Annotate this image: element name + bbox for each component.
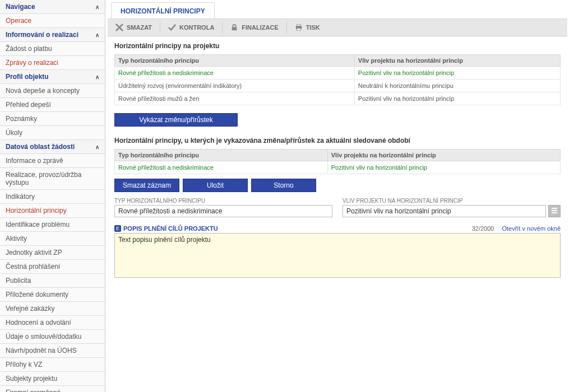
- svg-rect-3: [297, 29, 300, 31]
- nav-item[interactable]: Návrh/podnět na ÚOHS: [0, 344, 105, 358]
- desc-header: E POPIS PLNĚNÍ CÍLŮ PROJEKTU 32/2000 Ote…: [114, 225, 561, 232]
- toolbar-check-label: KONTROLA: [179, 24, 214, 31]
- nav-item[interactable]: Indikátory: [0, 190, 105, 204]
- nav-item[interactable]: Identifikace problému: [0, 218, 105, 232]
- chevron-up-icon: [95, 73, 99, 81]
- typ-label: TYP HORIZONTÁLNÍHO PRINCIPU: [114, 198, 332, 204]
- nav-item[interactable]: Firemní proměnné: [0, 386, 105, 392]
- nav-item[interactable]: Poznámky: [0, 112, 105, 126]
- nav-item[interactable]: Přehled depeší: [0, 98, 105, 112]
- table-cell: Pozitivní vliv na horizontální princip: [354, 92, 560, 105]
- typ-input[interactable]: [114, 205, 332, 217]
- nav-item[interactable]: Realizace, provoz/údržba výstupu: [0, 168, 105, 190]
- toolbar-finalize-label: FINALIZACE: [242, 24, 278, 31]
- table2-col2[interactable]: Vliv projektu na horizontální princip: [327, 150, 560, 161]
- toolbar: SMAZAT KONTROLA FINALIZACE TISK: [108, 19, 567, 36]
- nav-item[interactable]: Aktivity: [0, 232, 105, 246]
- table2-col1[interactable]: Typ horizontálního principu: [115, 150, 328, 161]
- section1-title: Horizontální principy na projektu: [108, 36, 567, 54]
- nav-item[interactable]: Přiložené dokumenty: [0, 288, 105, 302]
- table1-col2[interactable]: Vliv projektu na horizontální princip: [354, 55, 560, 67]
- table-row[interactable]: Rovné příležitosti mužů a ženPozitivní v…: [115, 92, 561, 105]
- chevron-up-icon: [95, 3, 99, 11]
- nav-item[interactable]: Čestná prohlášení: [0, 260, 105, 274]
- toolbar-check[interactable]: KONTROLA: [160, 21, 223, 34]
- nav-item[interactable]: Informace o zprávě: [0, 154, 105, 168]
- table1-col1[interactable]: Typ horizontálního principu: [115, 55, 355, 67]
- toolbar-print[interactable]: TISK: [287, 21, 328, 34]
- table-row[interactable]: Rovné příležitosti a nediskriminacePozit…: [115, 161, 561, 174]
- section2-title: Horizontální principy, u kterých je vyka…: [108, 131, 567, 149]
- chevron-up-icon: [95, 31, 99, 39]
- nav-item[interactable]: Publicita: [0, 274, 105, 288]
- vliv-label: VLIV PROJEKTU NA HORIZONTÁLNÍ PRINCIP: [342, 198, 561, 204]
- svg-rect-6: [552, 212, 557, 213]
- vykazat-button[interactable]: Vykázat změnu/přírůstek: [114, 113, 238, 127]
- nav-item[interactable]: Veřejné zakázky: [0, 302, 105, 316]
- nav-group-header[interactable]: Datová oblast žádosti: [0, 140, 105, 154]
- lock-icon: [230, 24, 238, 31]
- smazat-zaznam-button[interactable]: Smazat záznam: [114, 179, 179, 192]
- delete-icon: [115, 24, 123, 31]
- svg-rect-2: [297, 25, 300, 26]
- desc-label: POPIS PLNĚNÍ CÍLŮ PROJEKTU: [123, 225, 472, 232]
- sidebar: NavigaceOperaceInformování o realizaciŽá…: [0, 0, 105, 392]
- nav-item[interactable]: Nová depeše a koncepty: [0, 84, 105, 98]
- print-icon: [295, 24, 303, 31]
- list-icon: [551, 207, 558, 216]
- toolbar-print-label: TISK: [306, 24, 320, 31]
- chevron-up-icon: [95, 143, 99, 151]
- nav-group-label: Profil objektu: [6, 73, 49, 81]
- nav-item[interactable]: Zprávy o realizaci: [0, 56, 105, 70]
- desc-count: 32/2000: [472, 225, 494, 232]
- check-icon: [168, 24, 176, 31]
- action-buttons: Smazat záznam Uložit Storno: [114, 179, 567, 192]
- svg-rect-5: [552, 210, 557, 211]
- nav-group-label: Navigace: [6, 3, 35, 11]
- open-new-window-link[interactable]: Otevřít v novém okně: [502, 225, 561, 232]
- toolbar-finalize[interactable]: FINALIZACE: [223, 21, 286, 34]
- nav-group-header[interactable]: Informování o realizaci: [0, 28, 105, 42]
- tab-horizontal-principles[interactable]: HORIZONTÁLNÍ PRINCIPY: [111, 2, 215, 18]
- required-badge: E: [114, 225, 121, 232]
- vliv-input[interactable]: [342, 205, 546, 217]
- nav-item[interactable]: Přílohy k VZ: [0, 358, 105, 372]
- nav-group-label: Informování o realizaci: [6, 31, 78, 39]
- tab-bar: HORIZONTÁLNÍ PRINCIPY: [108, 2, 567, 19]
- nav-item[interactable]: Subjekty projektu: [0, 372, 105, 386]
- table-principles-change: Typ horizontálního principu Vliv projekt…: [114, 149, 561, 174]
- svg-rect-4: [552, 208, 557, 209]
- main-content: HORIZONTÁLNÍ PRINCIPY SMAZAT KONTROLA FI…: [105, 0, 574, 392]
- form-row: TYP HORIZONTÁLNÍHO PRINCIPU VLIV PROJEKT…: [114, 198, 561, 217]
- table-row[interactable]: Rovné příležitosti a nediskriminacePozit…: [115, 67, 561, 80]
- nav-item[interactable]: Úkoly: [0, 126, 105, 140]
- table-cell: Pozitivní vliv na horizontální princip: [327, 161, 560, 174]
- nav-item[interactable]: Hodnocení a odvolání: [0, 316, 105, 330]
- nav-group-header[interactable]: Profil objektu: [0, 70, 105, 84]
- table-row[interactable]: Udržitelný rozvoj (environmentální indik…: [115, 80, 561, 92]
- nav-item[interactable]: Údaje o smlouvě/dodatku: [0, 330, 105, 344]
- toolbar-delete-label: SMAZAT: [127, 24, 152, 31]
- nav-item[interactable]: Operace: [0, 14, 105, 28]
- nav-item[interactable]: Jednotky aktivit ZP: [0, 246, 105, 260]
- table-principles-project: Typ horizontálního principu Vliv projekt…: [114, 54, 561, 105]
- ulozit-button[interactable]: Uložit: [183, 179, 248, 192]
- vliv-list-button[interactable]: [548, 205, 561, 217]
- table-cell: Rovné příležitosti a nediskriminace: [115, 67, 355, 80]
- storno-button[interactable]: Storno: [251, 179, 316, 192]
- table-cell: Rovné příležitosti mužů a žen: [115, 92, 355, 105]
- nav-item[interactable]: Žádost o platbu: [0, 42, 105, 56]
- table-cell: Pozitivní vliv na horizontální princip: [354, 67, 560, 80]
- nav-item[interactable]: Horizontální principy: [0, 204, 105, 218]
- desc-textarea[interactable]: [114, 233, 561, 278]
- table-cell: Neutrální k horizontálnímu principu: [354, 80, 560, 92]
- nav-group-label: Datová oblast žádosti: [6, 143, 75, 151]
- table-cell: Rovné příležitosti a nediskriminace: [115, 161, 328, 174]
- svg-rect-0: [232, 27, 237, 30]
- table-cell: Udržitelný rozvoj (environmentální indik…: [115, 80, 355, 92]
- nav-group-header[interactable]: Navigace: [0, 0, 105, 14]
- toolbar-delete[interactable]: SMAZAT: [108, 21, 160, 34]
